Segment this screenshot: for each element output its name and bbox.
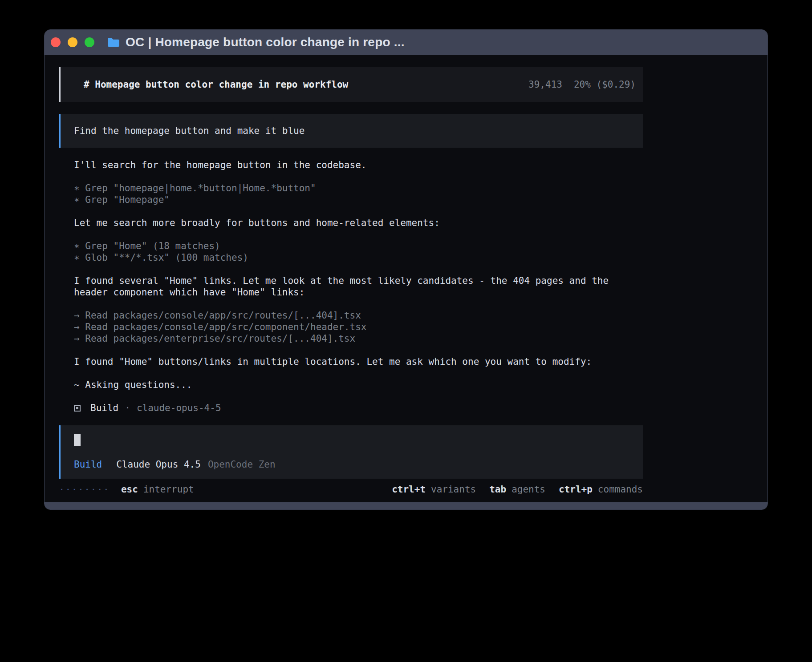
agent-mode-label: Build	[74, 459, 102, 470]
session-stats: 39,413 20% ($0.29)	[528, 79, 636, 90]
tool-call-grep: ∗ Grep "Homepage"	[74, 194, 626, 206]
esc-key-label: interrupt	[143, 484, 194, 495]
model-provider: OpenCode Zen	[208, 459, 276, 470]
window-controls	[51, 37, 94, 47]
agent-badge-icon	[74, 405, 81, 412]
folder-icon	[107, 37, 120, 48]
shortcut-key: tab	[489, 484, 506, 495]
window-titlebar[interactable]: OC | Homepage button color change in rep…	[45, 30, 767, 55]
terminal-window: OC | Homepage button color change in rep…	[44, 29, 768, 510]
tool-call-grep: ∗ Grep "Home" (18 matches)	[74, 240, 626, 252]
assistant-text: Let me search more broadly for buttons a…	[74, 217, 626, 229]
prompt-input[interactable]: Build Claude Opus 4.5 OpenCode Zen	[59, 425, 643, 479]
context-usage: 20% ($0.29)	[574, 79, 636, 90]
window-title: OC | Homepage button color change in rep…	[126, 35, 405, 49]
user-message-text: Find the homepage button and make it blu…	[74, 125, 304, 136]
agent-status-row: Build · claude-opus-4-5	[74, 402, 626, 414]
shortcut-variants: ctrl+t variants	[392, 484, 476, 495]
tool-call-grep: ∗ Grep "homepage|home.*button|Home.*butt…	[74, 182, 626, 194]
zoom-button[interactable]	[85, 37, 94, 47]
conversation-body: I'll search for the homepage button in t…	[59, 159, 626, 414]
shortcut-commands: ctrl+p commands	[559, 484, 643, 495]
tool-call-group: ∗ Grep "Home" (18 matches) ∗ Glob "**/*.…	[74, 240, 626, 263]
text-cursor	[74, 434, 81, 446]
asking-status: ~ Asking questions...	[74, 379, 626, 391]
agent-name: Build	[90, 402, 118, 414]
tool-call-group: ∗ Grep "homepage|home.*button|Home.*butt…	[74, 182, 626, 206]
tool-call-read: → Read packages/enterprise/src/routes/[.…	[74, 333, 626, 344]
shortcut-label: agents	[512, 484, 545, 495]
terminal-content: # Homepage button color change in repo w…	[45, 55, 767, 502]
spinner-dots-icon: ········	[59, 484, 110, 495]
assistant-text: I found "Home" buttons/links in multiple…	[74, 356, 626, 367]
desktop-background: OC | Homepage button color change in rep…	[0, 0, 812, 662]
esc-key-hint: esc	[121, 484, 138, 495]
tool-call-group: → Read packages/console/app/src/routes/[…	[74, 310, 626, 344]
tool-call-read: → Read packages/console/app/src/routes/[…	[74, 310, 626, 321]
user-message: Find the homepage button and make it blu…	[59, 114, 643, 148]
close-button[interactable]	[51, 37, 61, 47]
status-right: ctrl+t variants tab agents ctrl+p comman…	[378, 484, 643, 495]
session-title: # Homepage button color change in repo w…	[84, 79, 348, 90]
model-name: Claude Opus 4.5	[116, 459, 201, 470]
tool-call-glob: ∗ Glob "**/*.tsx" (100 matches)	[74, 252, 626, 263]
assistant-text: I found several "Home" links. Let me loo…	[74, 275, 626, 298]
shortcut-key: ctrl+p	[559, 484, 593, 495]
input-footer: Build Claude Opus 4.5 OpenCode Zen	[74, 459, 643, 470]
shortcut-agents: tab agents	[489, 484, 545, 495]
token-count: 39,413	[528, 79, 562, 90]
tool-call-read: → Read packages/console/app/src/componen…	[74, 321, 626, 333]
agent-model: claude-opus-4-5	[137, 402, 221, 414]
assistant-text: I'll search for the homepage button in t…	[74, 159, 626, 171]
status-left: ········ esc interrupt	[59, 484, 194, 495]
session-header: # Homepage button color change in repo w…	[59, 67, 643, 102]
status-bar: ········ esc interrupt ctrl+t variants t…	[59, 483, 643, 496]
shortcut-label: commands	[598, 484, 643, 495]
shortcut-key: ctrl+t	[392, 484, 426, 495]
window-bottom-frame	[45, 502, 767, 509]
minimize-button[interactable]	[68, 37, 77, 47]
separator-dot: ·	[125, 402, 130, 414]
shortcut-label: variants	[431, 484, 476, 495]
